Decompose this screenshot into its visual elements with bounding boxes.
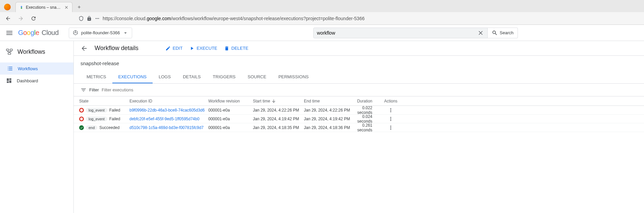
execution-id-link[interactable]: debfc20f-e5ef-455f-9ed5-1ff0595d74b0 xyxy=(129,117,200,121)
filter-label: Filter xyxy=(89,87,99,92)
hexagon-icon xyxy=(72,30,78,36)
state-text: Succeeded xyxy=(99,125,119,130)
search-button[interactable]: Search xyxy=(488,28,518,38)
more-icon[interactable] xyxy=(388,107,394,113)
new-tab-button[interactable] xyxy=(75,3,83,11)
sidebar-title: Workflows xyxy=(17,48,45,55)
sidebar-item-workflows[interactable]: Workflows xyxy=(0,62,73,75)
tab-executions[interactable]: EXECUTIONS xyxy=(112,71,153,83)
url-text: https://console.cloud.google.com/workflo… xyxy=(103,16,365,21)
end-time-cell: Jan 29, 2024, 4:18:36 PM xyxy=(304,125,356,130)
trash-icon xyxy=(224,46,229,51)
project-selector[interactable]: polite-flounder-5366 xyxy=(69,28,132,38)
revision-cell: 000001-e0a xyxy=(208,125,253,130)
sidebar-header: Workflows xyxy=(0,45,73,58)
delete-button[interactable]: DELETE xyxy=(224,46,249,51)
svg-rect-3 xyxy=(8,53,11,54)
step-badge: log_event xyxy=(86,117,107,121)
workflows-icon xyxy=(5,48,13,56)
duration-cell: 0.022 seconds xyxy=(356,105,382,115)
more-icon[interactable] xyxy=(388,125,394,131)
edit-button[interactable]: EDIT xyxy=(165,46,183,51)
status-icon xyxy=(79,117,84,121)
search-button-label: Search xyxy=(500,30,514,35)
search-icon xyxy=(492,30,498,36)
more-icon[interactable] xyxy=(388,116,394,122)
browser-tab-title: Executions – snapshot-rel… xyxy=(26,5,62,10)
svg-rect-1 xyxy=(6,49,9,51)
th-start-time[interactable]: Start time xyxy=(253,99,304,103)
th-actions: Actions xyxy=(382,99,399,103)
gcp-header: Google Cloud polite-flounder-5366 workfl… xyxy=(0,25,644,41)
execute-button[interactable]: EXECUTE xyxy=(189,46,217,51)
tab-source[interactable]: SOURCE xyxy=(241,71,272,83)
sidebar-item-dashboard[interactable]: Dashboard xyxy=(0,75,73,87)
address-bar: https://console.cloud.google.com/workflo… xyxy=(0,12,644,25)
step-badge: log_event xyxy=(86,108,107,113)
th-revision[interactable]: Workflow revision xyxy=(208,99,253,103)
firefox-icon xyxy=(4,4,11,10)
th-execution-id[interactable]: Execution ID xyxy=(129,99,208,103)
th-duration[interactable]: Duration xyxy=(356,99,382,103)
main-layout: Workflows Workflows Dashboard Workflow d… xyxy=(0,41,644,213)
menu-icon[interactable] xyxy=(5,29,13,37)
table-row: log_event Failed b9f0996b-22db-46a3-bce8… xyxy=(74,106,644,115)
status-icon xyxy=(79,108,84,113)
arrow-left-icon xyxy=(5,15,11,22)
tab-metrics[interactable]: METRICS xyxy=(80,71,112,83)
arrow-right-icon xyxy=(18,15,24,22)
gcp-logo[interactable]: Google Cloud xyxy=(18,29,59,37)
sidebar-items: Workflows Dashboard xyxy=(0,62,73,87)
table-row: log_event Failed debfc20f-e5ef-455f-9ed5… xyxy=(74,115,644,123)
page-title: Workflow details xyxy=(95,45,139,52)
back-icon[interactable] xyxy=(80,45,88,52)
step-badge: end xyxy=(86,125,97,130)
status-icon xyxy=(79,125,84,130)
filter-bar: Filter xyxy=(74,84,644,96)
start-time-cell: Jan 29, 2024, 4:22:26 PM xyxy=(253,108,304,113)
filter-icon[interactable] xyxy=(80,87,87,93)
execution-id-link[interactable]: b9f0996b-22db-46a3-bce8-74cac605d3d6 xyxy=(129,108,205,113)
browser-tab[interactable]: Executions – snapshot-rel… xyxy=(15,2,72,12)
tabs: METRICS EXECUTIONS LOGS DETAILS TRIGGERS… xyxy=(74,71,644,84)
revision-cell: 000001-e0a xyxy=(208,108,253,113)
back-button[interactable] xyxy=(3,14,13,23)
close-icon[interactable] xyxy=(64,5,69,10)
table-header: State Execution ID Workflow revision Sta… xyxy=(74,96,644,106)
start-time-cell: Jan 29, 2024, 4:19:42 PM xyxy=(253,117,304,121)
end-time-cell: Jan 29, 2024, 4:19:42 PM xyxy=(304,117,356,121)
tab-permissions[interactable]: PERMISSIONS xyxy=(272,71,315,83)
edit-icon xyxy=(165,46,171,51)
sidebar-item-label: Dashboard xyxy=(17,78,38,83)
tab-logs[interactable]: LOGS xyxy=(153,71,177,83)
tab-triggers[interactable]: TRIGGERS xyxy=(207,71,241,83)
sort-desc-icon xyxy=(271,99,276,103)
gcp-favicon-icon xyxy=(19,5,24,10)
state-text: Failed xyxy=(109,108,120,113)
browser-tab-bar: Executions – snapshot-rel… xyxy=(0,0,644,12)
search-input[interactable]: workflow xyxy=(313,28,488,38)
duration-cell: 0.261 seconds xyxy=(356,123,382,132)
table-row: end Succeeded d510c798-1c5a-469d-bd3e-f0… xyxy=(74,123,644,132)
filter-input[interactable] xyxy=(102,87,158,92)
reload-button[interactable] xyxy=(29,14,38,23)
th-state[interactable]: State xyxy=(79,99,129,103)
content-header: Workflow details EDIT EXECUTE DELETE xyxy=(74,41,644,56)
search-container: workflow Search xyxy=(313,28,518,38)
lock-icon xyxy=(87,16,92,21)
permissions-icon xyxy=(95,16,100,21)
th-end-time[interactable]: End time xyxy=(304,99,356,103)
dashboard-icon xyxy=(6,78,12,84)
browser-chrome: Executions – snapshot-rel… https://conso… xyxy=(0,0,644,25)
clear-icon[interactable] xyxy=(477,30,484,36)
chevron-down-icon xyxy=(122,30,128,36)
content: Workflow details EDIT EXECUTE DELETE sna… xyxy=(74,41,644,213)
plus-icon xyxy=(77,5,82,9)
search-value: workflow xyxy=(317,30,477,36)
project-name: polite-flounder-5366 xyxy=(81,30,120,35)
url-bar[interactable]: https://console.cloud.google.com/workflo… xyxy=(75,13,641,24)
tab-details[interactable]: DETAILS xyxy=(177,71,207,83)
forward-button[interactable] xyxy=(16,14,25,23)
list-icon xyxy=(7,66,13,72)
execution-id-link[interactable]: d510c798-1c5a-469d-bd3e-f007815fc9d7 xyxy=(129,125,204,130)
